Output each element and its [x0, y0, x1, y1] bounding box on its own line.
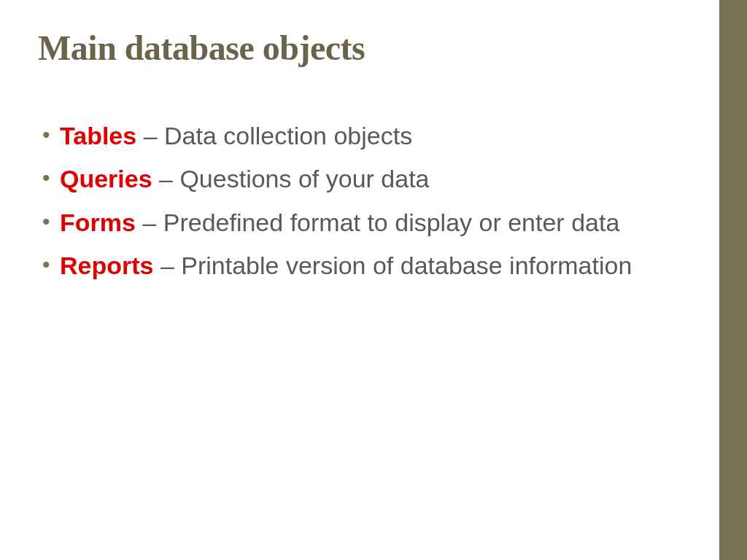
description: – Predefined format to display or enter …	[136, 209, 619, 236]
description: – Data collection objects	[136, 122, 412, 149]
side-accent-bar	[719, 0, 747, 560]
bullet-list: Tables – Data collection objects Queries…	[38, 120, 661, 282]
list-item: Forms – Predefined format to display or …	[38, 207, 661, 239]
description: – Questions of your data	[152, 165, 430, 192]
slide-content: Main database objects Tables – Data coll…	[0, 0, 719, 282]
list-item: Reports – Printable version of database …	[38, 250, 661, 282]
term: Tables	[60, 122, 136, 149]
term: Forms	[60, 209, 136, 236]
list-item: Queries – Questions of your data	[38, 163, 661, 195]
list-item: Tables – Data collection objects	[38, 120, 661, 152]
description: – Printable version of database informat…	[153, 252, 632, 279]
term: Reports	[60, 252, 153, 279]
slide-title: Main database objects	[38, 29, 661, 68]
term: Queries	[60, 165, 152, 192]
